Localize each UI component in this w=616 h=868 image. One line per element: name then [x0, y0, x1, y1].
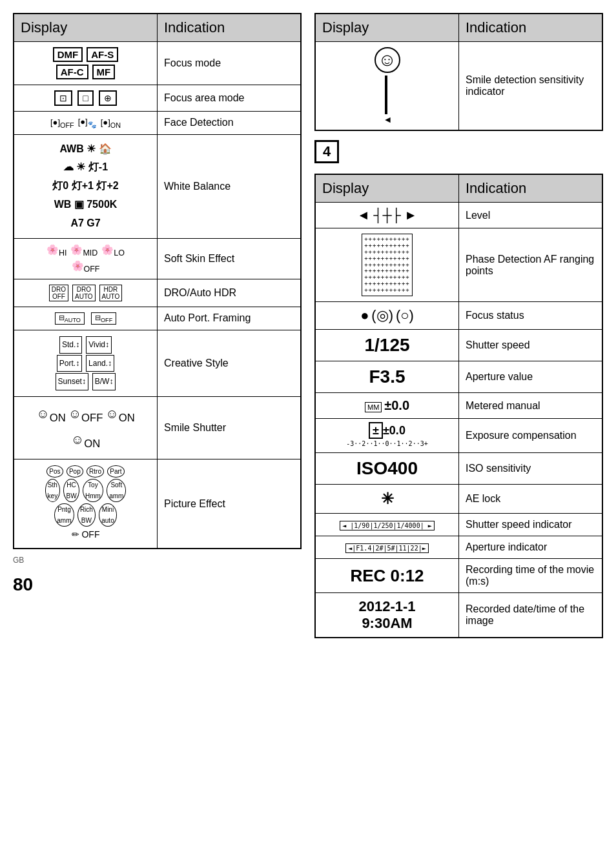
pe-part-icon: Part [107, 465, 124, 478]
dro-display: DROOFF DROAUTO HDRAUTO [14, 279, 158, 307]
table-row: ☺ON ☺OFF ☺ON ☺ON Smile Shutter [14, 397, 301, 459]
cs-port-icon: Port.↕ [57, 355, 82, 372]
table-row: DMF AF-S AF-C MF Focus mode [14, 42, 301, 85]
ae-lock-display: ✳ [315, 485, 459, 514]
focus-dot-icon: ● [360, 307, 369, 323]
page-container: Display Indication DMF AF-S AF-C MF [13, 13, 603, 638]
skin-hi-icon: 🌸HI [46, 244, 67, 257]
pe-rtro-icon: Rtro [87, 465, 104, 478]
table-row: ◄|F1.4|2#|5#|11|22|► Aperture indicator [315, 536, 602, 559]
shutter-bar-icon: ◄ |1/90|1/250|1/4000| ► [340, 521, 434, 530]
pe-soft-icon: Softamm [107, 479, 126, 502]
table-row: ✳ AE lock [315, 485, 602, 514]
date-time-display: 2012-1-19:30AM [315, 593, 459, 638]
section-number: 4 [314, 140, 339, 163]
aperture-indicator-display: ◄|F1.4|2#|5#|11|22|► [315, 536, 459, 559]
cs-std-icon: Std.↕ [59, 336, 82, 354]
phase-af-display: +++++++++++ +++++++++++ +++++++++++ ++++… [315, 228, 459, 302]
exposure-icon: ±±0.0 [322, 424, 452, 438]
smile-shutter-indication: Smile Shutter [158, 397, 302, 459]
shutter-indicator-display: ◄ |1/90|1/250|1/4000| ► [315, 514, 459, 536]
pe-pntg-icon: Pntgamm [54, 503, 74, 527]
page-footer: GB 80 [13, 556, 33, 595]
smile-on1-icon: ☺ON [36, 407, 65, 421]
focus-circle2-icon: (○) [396, 307, 414, 323]
level-display: ◄ ┤┼├ ► [315, 203, 459, 228]
metered-display: MM ±0.0 [315, 393, 459, 419]
phase-af-indication: Phase Detection AF ranging points [459, 228, 603, 302]
creative-style-indication: Creative Style [158, 330, 302, 396]
pe-off-icon: ✏ OFF [72, 529, 100, 540]
focus-mode-display: DMF AF-S AF-C MF [14, 42, 158, 85]
focus-area-display: ⊡ □ ⊕ [14, 85, 158, 112]
smile-detect-icon: ☺ ◄ [375, 47, 400, 125]
table-row: ⊡ □ ⊕ Focus area mode [14, 85, 301, 112]
creative-style-display: Std.↕ Vivid↕ Port.↕ Land.↕ Sunset↕ B/W↕ [14, 330, 158, 396]
right-top-col1-header: Display [315, 14, 459, 42]
table-row: ±±0.0 -3··2··1··0··1··2··3+ Exposure com… [315, 419, 602, 453]
focus-flex-icon: ⊕ [99, 90, 117, 106]
right-bot-col1-header: Display [315, 174, 459, 203]
face-off-icon: [●]OFF [50, 117, 74, 129]
pe-sth-icon: Sthkey [45, 479, 61, 502]
level-icon: ◄ ┤┼├ ► [322, 208, 452, 223]
cs-sunset-icon: Sunset↕ [56, 373, 88, 390]
right-column: Display Indication ☺ [314, 13, 603, 638]
skin-mid-icon: 🌸MID [70, 244, 98, 257]
exposure-indication: Exposure compensation [459, 419, 603, 453]
picture-effect-display: Pos Pop Rtro Part Sthkey HCBW ToyHmm Sof… [14, 459, 158, 549]
table-row: AWB ☀ 🏠 ☁ ☀ 灯-1 灯0 灯+1 灯+2 WB ▣ 7500K A7… [14, 134, 301, 238]
ae-lock-indication: AE lock [459, 485, 603, 514]
gb-label: GB [13, 556, 33, 565]
port-auto-icon: ⊟AUTO [55, 312, 85, 325]
table-row: 1/125 Shutter speed [315, 330, 602, 361]
pe-pos-icon: Pos [46, 465, 63, 478]
table-row: DROOFF DROAUTO HDRAUTO DRO/Auto HDR [14, 279, 301, 307]
metered-indication: Metered manual [459, 393, 603, 419]
mm-icon: MM [365, 402, 382, 412]
smile-shutter-display: ☺ON ☺OFF ☺ON ☺ON [14, 397, 158, 459]
iso-value: ISO400 [322, 458, 452, 479]
aperture-indicator-indication: Aperture indicator [459, 536, 603, 559]
left-column: Display Indication DMF AF-S AF-C MF [13, 13, 302, 638]
iso-indication: ISO sensitivity [459, 453, 603, 485]
table-row: ◄ |1/90|1/250|1/4000| ► Shutter speed in… [315, 514, 602, 536]
skin-lo-icon: 🌸LO [101, 244, 125, 257]
cs-bw-icon: B/W↕ [92, 373, 116, 390]
date-time-indication: Recorded date/time of the image [459, 593, 603, 638]
rec-time-display: REC 0:12 [315, 559, 459, 593]
table-row: ISO400 ISO sensitivity [315, 453, 602, 485]
level-indication: Level [459, 203, 603, 228]
page-number: 80 [13, 574, 33, 595]
metered-value: ±0.0 [384, 398, 409, 412]
pe-toy-icon: ToyHmm [83, 479, 103, 502]
focus-wide-icon: ⊡ [54, 90, 72, 106]
auto-port-display: ⊟AUTO ⊟OFF [14, 307, 158, 330]
dmf-icon: DMF [53, 47, 83, 62]
white-balance-indication: White Balance [158, 134, 302, 238]
left-col2-header: Indication [158, 14, 302, 42]
table-row: ⊟AUTO ⊟OFF Auto Port. Framing [14, 307, 301, 330]
right-top-table: Display Indication ☺ [314, 13, 603, 131]
dro-indication: DRO/Auto HDR [158, 279, 302, 307]
table-row: Pos Pop Rtro Part Sthkey HCBW ToyHmm Sof… [14, 459, 301, 549]
table-row: ☺ ◄ Smile detection sensitivity indicato… [315, 42, 602, 131]
face-detection-display: [●]OFF [●]🐾 [●]ON [14, 112, 158, 135]
shutter-speed-indication: Shutter speed [459, 330, 603, 361]
exposure-scale: -3··2··1··0··1··2··3+ [322, 440, 452, 447]
aperture-display: F3.5 [315, 361, 459, 393]
pe-mini-icon: Miniauto [99, 503, 116, 527]
table-row: Std.↕ Vivid↕ Port.↕ Land.↕ Sunset↕ B/W↕ … [14, 330, 301, 396]
smile-detect-indication: Smile detection sensitivity indicator [459, 42, 603, 131]
iso-display: ISO400 [315, 453, 459, 485]
picture-effect-indication: Picture Effect [158, 459, 302, 549]
smile-off-icon: ☺OFF [68, 407, 103, 421]
left-table: Display Indication DMF AF-S AF-C MF [13, 13, 302, 549]
soft-skin-indication: Soft Skin Effect [158, 238, 302, 279]
smile-detect-display: ☺ ◄ [315, 42, 459, 131]
smile-on3-icon: ☺ON [71, 432, 100, 447]
focus-status-display: ● (◎) (○) [315, 302, 459, 330]
aperture-indication: Aperture value [459, 361, 603, 393]
face-on-icon: [●]ON [101, 117, 121, 129]
hdr-auto-icon: HDRAUTO [99, 285, 123, 301]
